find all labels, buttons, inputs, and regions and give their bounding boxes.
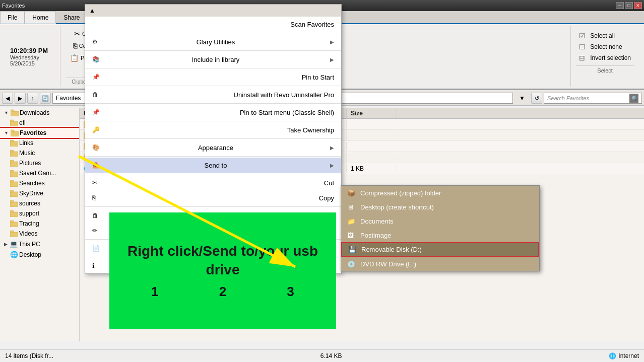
sidebar: ▼ Downloads efi ▼ Favorites Links Music xyxy=(0,108,80,341)
close-button[interactable]: ✕ xyxy=(634,2,642,9)
tab-share[interactable]: Share xyxy=(56,11,87,23)
glary-icon: ⚙ xyxy=(92,38,101,45)
folder-support-icon xyxy=(10,210,18,217)
maximize-button[interactable]: □ xyxy=(625,2,633,9)
sendto-dvd[interactable]: 💿 DVD RW Drive (E:) xyxy=(341,257,539,271)
pin2-icon: 📌 xyxy=(92,109,101,116)
sidebar-item-skydrive[interactable]: SkyDrive xyxy=(0,188,79,198)
ctx-appearance[interactable]: 🎨Appearance▶ xyxy=(85,140,341,155)
sidebar-label-favorites: Favorites xyxy=(20,129,46,136)
sidebar-label-videos: Videos xyxy=(19,230,37,237)
sidebar-item-favorites[interactable]: ▼ Favorites xyxy=(0,128,79,138)
main-window: Favorites ─ □ ✕ File Home Share 10:20:39… xyxy=(0,0,644,362)
folder-tracing-icon xyxy=(10,220,18,227)
sendto-desktop[interactable]: 🖥 Desktop (create shortcut) xyxy=(341,200,539,214)
select-all-icon: ☑ xyxy=(579,32,587,40)
uninstall-icon: 🗑 xyxy=(92,91,101,98)
select-none-label: Select none xyxy=(590,43,622,50)
computer-icon: 💻 xyxy=(10,240,18,248)
sidebar-item-searches[interactable]: Searches xyxy=(0,178,79,188)
annotation-text: Right click/Send to/your usb drive xyxy=(109,242,336,279)
sidebar-item-thispc[interactable]: ▶ 💻 This PC xyxy=(0,239,79,249)
invert-selection-row[interactable]: ⊟ Invert selection xyxy=(576,52,634,63)
paste-icon: 📋 xyxy=(70,54,79,62)
sidebar-item-links[interactable]: Links xyxy=(0,138,79,148)
ctx-pin-classic[interactable]: 📌Pin to Start menu (Classic Shell) xyxy=(85,105,341,120)
ctx-pin-start[interactable]: 📌Pin to Start xyxy=(85,69,341,85)
sendto-menu-box: 📦 Compressed (zipped) folder 🖥 Desktop (… xyxy=(341,185,540,271)
sidebar-label-skydrive: SkyDrive xyxy=(19,190,43,197)
sidebar-item-pictures[interactable]: Pictures xyxy=(0,158,79,168)
annotation-overlay: Right click/Send to/your usb drive 1 2 3 xyxy=(109,212,336,329)
sidebar-item-desktop[interactable]: 🌐 Desktop xyxy=(0,249,79,260)
sidebar-label-tracing: Tracing xyxy=(19,220,39,227)
forward-button[interactable]: ▶ xyxy=(15,93,26,104)
sidebar-item-efi[interactable]: efi xyxy=(0,118,79,128)
appearance-arrow-icon: ▶ xyxy=(330,145,334,151)
cut-icon: ✂ xyxy=(74,30,80,38)
tab-file[interactable]: File xyxy=(0,11,25,24)
sendto-postimage[interactable]: 🖼 Postimage xyxy=(341,228,539,242)
sidebar-item-music[interactable]: Music xyxy=(0,148,79,158)
context-menu-header: ▲ xyxy=(85,5,341,17)
folder-efi-icon xyxy=(10,119,18,126)
ctx-take-ownership[interactable]: 🔑Take Ownership xyxy=(85,122,341,137)
title-bar-buttons: ─ □ ✕ xyxy=(616,2,642,9)
search-box[interactable]: Search Favorites 🔍 xyxy=(544,93,642,104)
minimize-button[interactable]: ─ xyxy=(616,2,624,9)
search-button[interactable]: 🔍 xyxy=(629,94,638,103)
file-size-3 xyxy=(347,157,397,159)
sidebar-label-searches: Searches xyxy=(19,180,45,187)
svg-rect-21 xyxy=(10,210,14,212)
dvd-icon: 💿 xyxy=(347,260,356,268)
ctx-sep-10 xyxy=(85,206,341,207)
sendto-icon: 📤 xyxy=(92,162,101,169)
refresh-button[interactable]: 🔄 xyxy=(40,93,51,104)
expand-downloads-icon: ▼ xyxy=(4,110,9,115)
sidebar-label-pictures: Pictures xyxy=(19,160,41,167)
ctx-glary[interactable]: ⚙Glary Utilities▶ xyxy=(85,34,341,49)
sidebar-item-savedgames[interactable]: Saved Gam... xyxy=(0,168,79,178)
sidebar-label-support: support xyxy=(19,210,39,217)
sendto-documents[interactable]: 📁 Documents xyxy=(341,214,539,228)
svg-rect-0 xyxy=(11,111,19,116)
sidebar-item-downloads[interactable]: ▼ Downloads xyxy=(0,108,79,118)
ctx-cut[interactable]: ✂Cut xyxy=(85,175,341,190)
file-size-1 xyxy=(347,134,397,136)
ctx-include-library[interactable]: 📚Include in library▶ xyxy=(85,52,341,67)
annotation-box: Right click/Send to/your usb drive 1 2 3 xyxy=(109,212,336,329)
ctx-send-to[interactable]: 📤Send to▶ xyxy=(85,158,341,173)
annotation-number-2: 2 xyxy=(219,284,226,300)
ctx-copy[interactable]: ⎘Copy xyxy=(85,190,341,205)
expand-thispc-icon: ▶ xyxy=(4,242,8,247)
ctx-scan-favorites[interactable]: Scan Favorites xyxy=(85,17,341,32)
select-all-row[interactable]: ☑ Select all xyxy=(576,30,634,41)
svg-rect-24 xyxy=(10,232,18,237)
zip-icon: 📦 xyxy=(347,189,356,197)
status-text: 14 items (Disk fr... xyxy=(5,352,53,359)
library-icon: 📚 xyxy=(92,56,101,63)
sidebar-item-tracing[interactable]: Tracing xyxy=(0,219,79,229)
sidebar-item-sources[interactable]: sources xyxy=(0,198,79,208)
sendto-compressed[interactable]: 📦 Compressed (zipped) folder xyxy=(341,186,539,200)
folder-music-icon xyxy=(10,150,18,157)
select-none-row[interactable]: ☐ Select none xyxy=(576,41,634,52)
col-header-size[interactable]: Size xyxy=(347,108,397,118)
folder-downloads-icon xyxy=(11,109,19,116)
sidebar-label-music: Music xyxy=(19,150,35,157)
tab-home[interactable]: Home xyxy=(25,11,56,24)
rename-icon: ✏ xyxy=(92,227,101,234)
sidebar-label-sources: sources xyxy=(19,200,40,207)
svg-rect-17 xyxy=(10,190,14,192)
address-dropdown[interactable]: ▼ xyxy=(514,95,530,102)
ctx-uninstall[interactable]: 🗑Uninstall with Revo Uninstaller Pro xyxy=(85,87,341,102)
sidebar-item-videos[interactable]: Videos xyxy=(0,229,79,239)
refresh-nav-button[interactable]: ↺ xyxy=(531,93,542,104)
sidebar-item-support[interactable]: support xyxy=(0,208,79,219)
sendto-removable-disk[interactable]: 💾 Removable Disk (D:) xyxy=(341,242,539,257)
desktop-shortcut-icon: 🖥 xyxy=(347,203,356,211)
internet-icon: 🌐 xyxy=(609,352,616,359)
up-button[interactable]: ↑ xyxy=(27,93,38,104)
back-button[interactable]: ◀ xyxy=(2,93,13,104)
sidebar-label-downloads: Downloads xyxy=(20,109,49,116)
